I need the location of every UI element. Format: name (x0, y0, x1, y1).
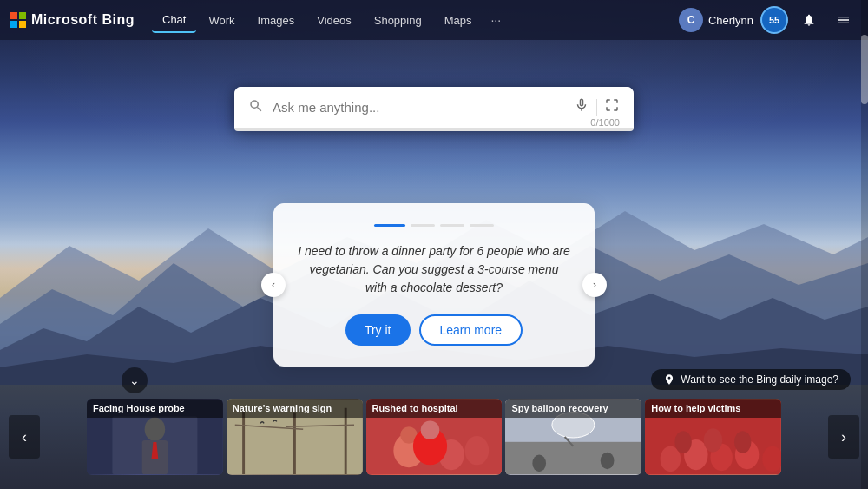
daily-image-text: Want to see the Bing daily image? (681, 373, 838, 386)
search-container: 0/1000 (234, 87, 634, 131)
news-card-5[interactable]: How to help victims (645, 399, 781, 475)
news-next-button[interactable]: › (828, 415, 859, 459)
bottom-bar: ⌄ Want to see the Bing daily image? ‹ (0, 385, 868, 489)
nav-maps[interactable]: Maps (434, 9, 483, 32)
prompt-dot-1 (374, 224, 405, 227)
nav-links: Chat Work Images Videos Shopping Maps ··… (152, 8, 675, 33)
scrollbar-thumb[interactable] (861, 35, 868, 104)
svg-point-27 (533, 455, 547, 472)
bing-brand-text: Microsoft Bing (31, 12, 135, 28)
news-card-1[interactable]: Facing House probe (87, 399, 223, 475)
news-card-5-title: How to help victims (645, 399, 781, 418)
news-card-3-title: Rushed to hospital (366, 399, 503, 418)
news-card-1-title: Facing House probe (87, 399, 223, 418)
nav-images[interactable]: Images (247, 9, 306, 32)
logo-area[interactable]: Microsoft Bing (10, 12, 135, 28)
nav-shopping[interactable]: Shopping (364, 9, 432, 32)
avatar: C (679, 8, 703, 32)
prompt-text: I need to throw a dinner party for 6 peo… (298, 242, 570, 297)
visual-search-icon[interactable] (604, 97, 620, 117)
news-card-3[interactable]: Rushed to hospital (366, 399, 503, 475)
prompt-dot-4 (470, 224, 494, 227)
svg-point-35 (674, 431, 692, 453)
prompt-card: ‹ I need to throw a dinner party for 6 p… (273, 203, 595, 367)
svg-point-19 (464, 436, 488, 465)
news-cards: Facing House probe Nature's warning sign (0, 385, 868, 489)
notifications-button[interactable] (795, 6, 823, 34)
news-card-4[interactable]: Spy balloon recovery (505, 399, 641, 475)
news-card-2-title: Nature's warning sign (227, 399, 363, 418)
svg-point-36 (704, 428, 723, 452)
news-card-4-title: Spy balloon recovery (505, 399, 641, 418)
user-name: Cherlynn (708, 14, 753, 27)
search-icon (248, 98, 264, 117)
prompt-buttons: Try it Learn more (298, 314, 570, 346)
svg-point-28 (601, 453, 615, 470)
nav-videos[interactable]: Videos (306, 9, 362, 32)
svg-point-21 (420, 420, 439, 439)
char-count: 0/1000 (590, 117, 620, 128)
user-profile[interactable]: C Cherlynn (679, 8, 753, 32)
search-box: 0/1000 (234, 87, 634, 128)
nav-chat[interactable]: Chat (152, 8, 196, 33)
learn-more-button[interactable]: Learn more (419, 314, 523, 346)
news-prev-button[interactable]: ‹ (9, 415, 40, 459)
svg-rect-24 (505, 442, 641, 474)
scrollbar[interactable] (861, 0, 868, 489)
collapse-toggle[interactable]: ⌄ (122, 367, 148, 393)
search-bottom-bar (234, 128, 634, 131)
search-right-icons (574, 97, 620, 117)
prompt-prev-button[interactable]: ‹ (261, 273, 286, 297)
prompt-dots (298, 224, 570, 227)
svg-point-37 (734, 431, 752, 453)
prompt-dot-3 (440, 224, 464, 227)
daily-image-button[interactable]: Want to see the Bing daily image? (651, 369, 851, 390)
search-divider (596, 99, 597, 116)
microsoft-logo-icon (10, 12, 26, 28)
navbar: Microsoft Bing Chat Work Images Videos S… (0, 0, 868, 40)
try-it-button[interactable]: Try it (345, 314, 411, 346)
nav-work[interactable]: Work (198, 9, 245, 32)
nav-more-icon[interactable]: ··· (483, 10, 508, 30)
menu-button[interactable] (830, 6, 858, 34)
rewards-score[interactable]: 55 (760, 6, 788, 34)
prompt-next-button[interactable]: › (582, 273, 607, 297)
search-input[interactable] (273, 100, 565, 115)
microphone-icon[interactable] (574, 97, 589, 117)
prompt-dot-2 (411, 224, 435, 227)
news-card-2[interactable]: Nature's warning sign (227, 399, 363, 475)
svg-point-6 (145, 417, 166, 440)
search-wrapper: 0/1000 (234, 87, 634, 131)
nav-right: C Cherlynn 55 (679, 6, 858, 34)
